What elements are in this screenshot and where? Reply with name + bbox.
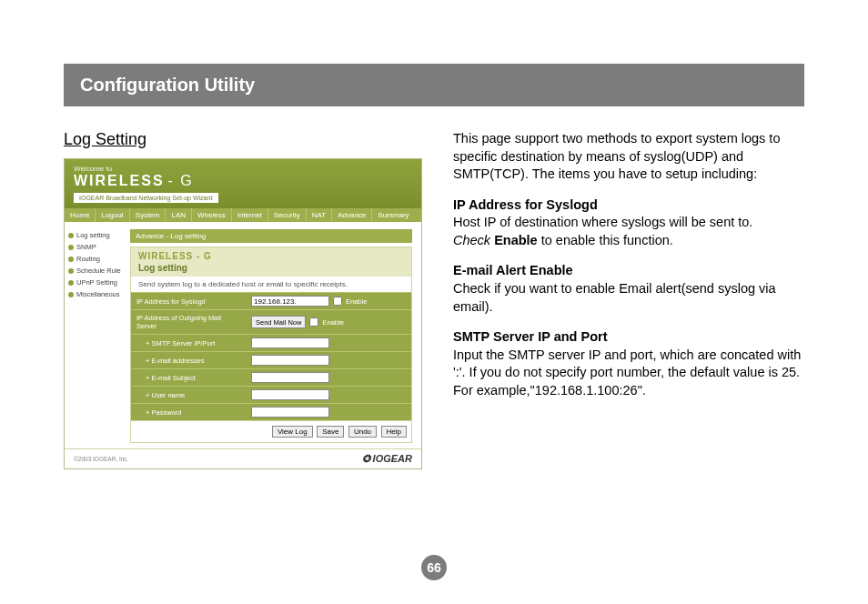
para-smtp-2: For example,"192.168.1.100:26". bbox=[453, 383, 646, 398]
wireless-g-logo: WIRELESS - G bbox=[74, 173, 412, 189]
view-log-button[interactable]: View Log bbox=[272, 426, 313, 438]
tab-lan[interactable]: LAN bbox=[166, 208, 192, 222]
tab-advance[interactable]: Advance bbox=[332, 208, 372, 222]
tab-nat[interactable]: NAT bbox=[307, 208, 332, 222]
bullet-icon bbox=[68, 233, 74, 238]
email-addresses-label: + E-mail addresses bbox=[131, 353, 247, 368]
smtp-server-label: + SMTP Server IP/Port bbox=[131, 336, 247, 351]
bullet-icon bbox=[68, 257, 74, 262]
password-label: + Password bbox=[131, 405, 247, 420]
router-screenshot: Welcome to WIRELESS - G IOGEAR Broadband… bbox=[64, 158, 422, 469]
sidebar-item-routing[interactable]: Routing bbox=[68, 253, 126, 265]
syslog-enable-checkbox[interactable] bbox=[333, 297, 342, 306]
para-ip-syslogd-1: Host IP of destination where syslogs wil… bbox=[453, 215, 752, 229]
para-ip-syslogd-enable: Enable bbox=[494, 233, 538, 247]
panel-logo: WIRELESS - G bbox=[138, 251, 404, 261]
username-input[interactable] bbox=[251, 389, 329, 400]
tab-wireless[interactable]: Wireless bbox=[192, 208, 232, 222]
tab-home[interactable]: Home bbox=[65, 208, 96, 222]
description-column: This page support two methods to export … bbox=[453, 130, 804, 469]
send-mail-now-button[interactable]: Send Mail Now bbox=[251, 316, 306, 328]
sidebar-item-miscellaneous[interactable]: Miscellaneous bbox=[68, 288, 126, 300]
tab-security[interactable]: Security bbox=[268, 208, 307, 222]
bullet-icon bbox=[68, 268, 74, 274]
tab-system[interactable]: System bbox=[130, 208, 167, 222]
mail-enable-label: Enable bbox=[322, 318, 343, 327]
log-setting-panel: WIRELESS - G Log setting Send system log… bbox=[130, 247, 412, 443]
email-subject-label: + E-mail Subject bbox=[131, 370, 247, 386]
bullet-icon bbox=[68, 245, 74, 250]
welcome-text: Welcome to bbox=[74, 165, 412, 173]
copyright-text: ©2003 IOGEAR, Inc. bbox=[74, 456, 128, 462]
panel-title: Log setting bbox=[138, 261, 404, 273]
para-smtp-1: Input the SMTP server IP and port, which… bbox=[453, 347, 801, 380]
email-subject-input[interactable] bbox=[251, 372, 329, 383]
para-email-alert: Check if you want to enable Email alert(… bbox=[453, 281, 776, 314]
logo-wireless: WIRELESS bbox=[74, 173, 165, 189]
tab-logout[interactable]: Logout bbox=[96, 208, 129, 222]
intro-paragraph: This page support two methods to export … bbox=[453, 130, 804, 184]
smtp-server-input[interactable] bbox=[251, 337, 329, 348]
username-label: + User name bbox=[131, 388, 247, 403]
breadcrumb: Advance - Log setting bbox=[130, 229, 412, 243]
para-ip-syslogd-check: Check bbox=[453, 233, 490, 247]
tab-internet[interactable]: Internet bbox=[232, 208, 268, 222]
iogear-brand: ✪ IOGEAR bbox=[362, 453, 412, 465]
mail-server-label: IP Address of Outgoing Mail Server bbox=[131, 310, 247, 334]
page-title-bar: Configuration Utility bbox=[64, 64, 804, 106]
sidebar-item-upnp-setting[interactable]: UPnP Setting bbox=[68, 277, 126, 288]
heading-email-alert: E-mail Alert Enable bbox=[453, 263, 573, 277]
help-button[interactable]: Help bbox=[381, 426, 407, 438]
bullet-icon bbox=[68, 280, 74, 286]
logo-g: - G bbox=[168, 173, 194, 189]
undo-button[interactable]: Undo bbox=[348, 426, 377, 438]
page-number-badge: 66 bbox=[421, 555, 447, 580]
setup-wizard-label: IOGEAR Broadband Networking Set-up Wizar… bbox=[74, 193, 218, 203]
bullet-icon bbox=[68, 292, 74, 297]
sidebar-item-snmp[interactable]: SNMP bbox=[68, 241, 126, 253]
syslog-enable-label: Enable bbox=[346, 297, 367, 306]
heading-smtp: SMTP Server IP and Port bbox=[453, 329, 608, 344]
screenshot-header: Welcome to WIRELESS - G IOGEAR Broadband… bbox=[65, 159, 421, 208]
sidebar: Log setting SNMP Routing Schedule Rule U… bbox=[65, 222, 130, 448]
sidebar-item-schedule-rule[interactable]: Schedule Rule bbox=[68, 265, 126, 277]
password-input[interactable] bbox=[251, 407, 329, 418]
email-addresses-input[interactable] bbox=[251, 355, 329, 366]
mail-enable-checkbox[interactable] bbox=[309, 317, 318, 327]
syslog-ip-input[interactable] bbox=[251, 296, 329, 307]
main-tabs: Home Logout System LAN Wireless Internet… bbox=[65, 208, 421, 222]
save-button[interactable]: Save bbox=[317, 426, 344, 438]
panel-description: Send system log to a dedicated host or e… bbox=[131, 277, 411, 292]
tab-summary[interactable]: Summary bbox=[372, 208, 414, 222]
sidebar-item-log-setting[interactable]: Log setting bbox=[68, 229, 126, 241]
heading-ip-syslogd: IP Address for Syslogd bbox=[453, 197, 598, 212]
para-ip-syslogd-tail: to enable this function. bbox=[538, 233, 673, 247]
syslog-ip-label: IP Address for Syslogd bbox=[131, 294, 247, 309]
section-heading-log-setting: Log Setting bbox=[64, 130, 422, 149]
